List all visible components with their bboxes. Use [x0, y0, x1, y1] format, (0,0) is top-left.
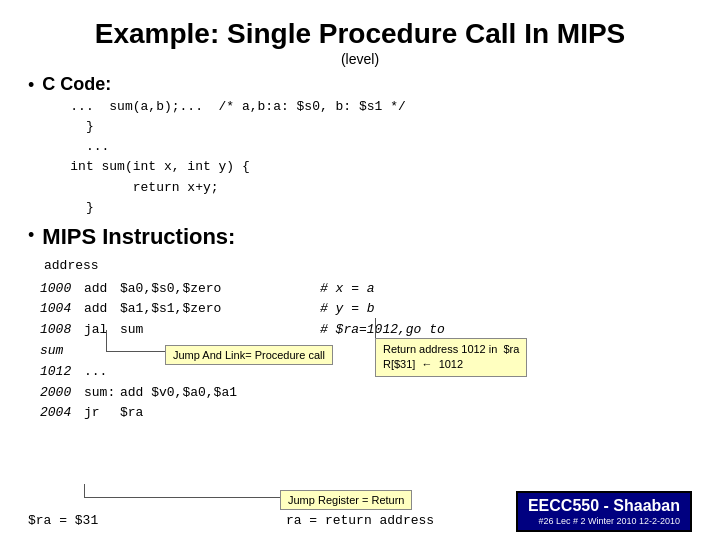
title-block: Example: Single Procedure Call In MIPS (…: [28, 18, 692, 68]
slide: Example: Single Procedure Call In MIPS (…: [0, 0, 720, 540]
mips-row-1012: 1012 ...: [40, 362, 692, 383]
mips-row-1008: 1008 jal sum # $ra=1012,go to: [40, 320, 692, 341]
jal-arrow-vert: [106, 330, 107, 352]
operands-2004: $ra: [120, 403, 320, 424]
instr-1012: ...: [84, 362, 107, 383]
addr-1004: 1004: [40, 299, 84, 320]
addr-2000: 2000: [40, 383, 84, 404]
tooltip-ret: Return address 1012 in $ra R[$31] ← 1012: [375, 338, 527, 377]
jr-arrow-vert: [84, 484, 85, 498]
footer-lecinfo: #26 Lec # 2 Winter 2010 12-2-2010: [528, 516, 680, 526]
comment-1004: # y = b: [320, 299, 375, 320]
jal-arrow-horiz: [106, 351, 166, 352]
mips-row-2004: 2004 jr $ra: [40, 403, 692, 424]
bullet-content-2: MIPS Instructions:: [42, 224, 692, 250]
code-line-6: }: [70, 198, 692, 218]
ccode-label: C Code:: [42, 74, 111, 94]
tooltip-ret-text: Return address 1012 in $ra R[$31] ← 1012: [383, 342, 519, 373]
slide-subtitle: (level): [341, 51, 379, 67]
jr-arrow-horiz: [84, 497, 284, 498]
instr-1004: add: [84, 299, 120, 320]
mips-label: MIPS Instructions:: [42, 224, 235, 249]
slide-title: Example: Single Procedure Call In MIPS: [28, 18, 692, 50]
bullet-mips: • MIPS Instructions:: [28, 224, 692, 250]
mips-table: address 1000 add $a0,$s0,$zero # x = a 1…: [40, 256, 692, 424]
bullet-content-1: C Code: ... sum(a,b);... /* a,b:a: $s0, …: [42, 74, 692, 218]
code-line-1: ... sum(a,b);... /* a,b:a: $s0, b: $s1 *…: [70, 97, 692, 117]
mips-row-1000: 1000 add $a0,$s0,$zero # x = a: [40, 279, 692, 300]
operands-1008: sum: [120, 320, 320, 341]
operands-2000: add $v0,$a0,$a1: [120, 383, 320, 404]
addr-1008: 1008: [40, 320, 84, 341]
ret-arrow-vert: [375, 318, 376, 340]
footer-brand: EECC550 - Shaaban #26 Lec # 2 Winter 201…: [516, 491, 692, 532]
code-line-2: }: [70, 117, 692, 137]
bullet-dot-1: •: [28, 75, 34, 96]
operands-1000: $a0,$s0,$zero: [120, 279, 320, 300]
instr-1008: jal: [84, 320, 120, 341]
instr-2004: jr: [84, 403, 120, 424]
instr-2000: sum:: [84, 383, 120, 404]
code-line-5: return x+y;: [70, 178, 692, 198]
ccode-block: ... sum(a,b);... /* a,b:a: $s0, b: $s1 *…: [70, 97, 692, 218]
comment-1000: # x = a: [320, 279, 375, 300]
code-line-4: int sum(int x, int y) {: [70, 157, 692, 177]
addr-2004: 2004: [40, 403, 84, 424]
operands-1004: $a1,$s1,$zero: [120, 299, 320, 320]
addr-1012: 1012: [40, 362, 84, 383]
footer-center: ra = return address: [286, 513, 434, 528]
mips-header: address: [44, 256, 692, 277]
bullet-ccode: • C Code: ... sum(a,b);... /* a,b:a: $s0…: [28, 74, 692, 218]
tooltip-jal: Jump And Link= Procedure call: [165, 345, 333, 365]
code-line-3: ...: [70, 137, 692, 157]
footer-left: $ra = $31: [28, 513, 98, 528]
addr-sum: sum: [40, 341, 84, 362]
mips-row-2000: 2000 sum: add $v0,$a0,$a1: [40, 383, 692, 404]
instr-1000: add: [84, 279, 120, 300]
tooltip-jr: Jump Register = Return: [280, 490, 412, 510]
mips-row-1004: 1004 add $a1,$s1,$zero # y = b: [40, 299, 692, 320]
bullet-dot-2: •: [28, 225, 34, 246]
addr-1000: 1000: [40, 279, 84, 300]
